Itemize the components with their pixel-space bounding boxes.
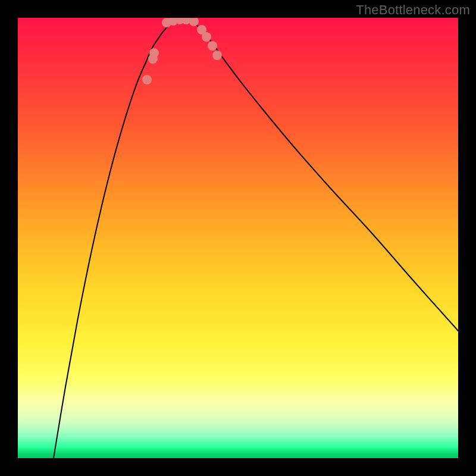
marker-dot [148, 54, 158, 64]
marker-dot [197, 25, 206, 35]
curve-right-path [184, 18, 458, 331]
marker-dot [189, 18, 199, 26]
watermark-text: TheBottleneck.com [356, 2, 470, 18]
plot-area [18, 18, 458, 458]
marker-dot [208, 41, 217, 51]
marker-dot [181, 18, 191, 24]
curve-svg [18, 18, 458, 458]
marker-dot [149, 48, 159, 58]
marker-dot [212, 51, 222, 60]
marker-dot [142, 75, 152, 84]
marker-dot [168, 18, 178, 26]
marker-dot [162, 18, 171, 27]
curve-left-path [54, 18, 184, 458]
marker-dot [202, 32, 211, 42]
chart-frame: TheBottleneck.com [0, 0, 476, 476]
marker-dot [175, 18, 184, 24]
markers-group [142, 18, 222, 84]
